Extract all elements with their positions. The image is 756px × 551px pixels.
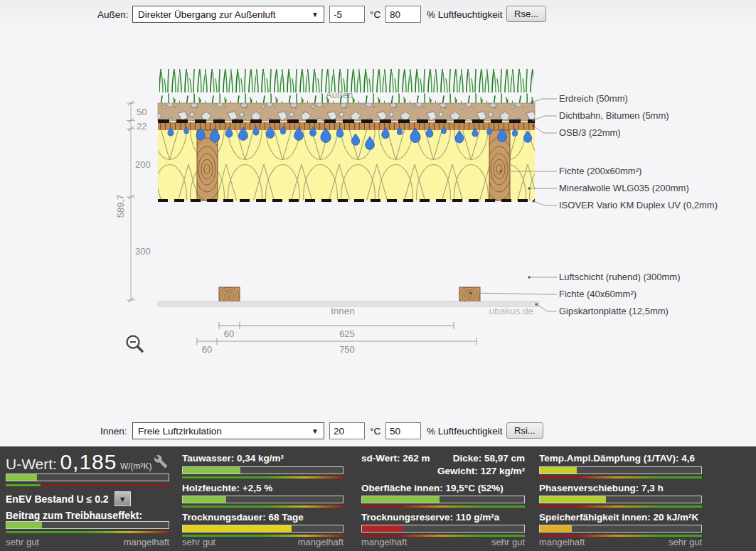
greenhouse-scale-line	[6, 531, 169, 533]
temp-damping-bar-fill	[540, 467, 577, 474]
dim-60-second: 60	[202, 344, 212, 355]
inside-label: Innen:	[100, 426, 127, 437]
weight-label: Gewicht:	[437, 466, 478, 476]
phase-shift-scale-line	[539, 505, 702, 508]
thickness-label: Dicke:	[453, 453, 482, 464]
phase-shift-title: Phasenverschiebung: 7,3 h	[539, 483, 664, 493]
wood-moisture-bar	[182, 496, 344, 503]
weight-value-text: 127 kg/m²	[481, 466, 525, 476]
wood-moisture-value: +2,5 %	[243, 483, 272, 493]
scale-labels: mangelhaft sehr gut	[539, 537, 702, 547]
thermal-column: Temp.Ampl.Dämpfung (1/TAV): 4,6 Phasenve…	[539, 447, 702, 551]
weight-value: Gewicht: 127 kg/m²	[437, 466, 525, 476]
chevron-down-icon: ▼	[312, 11, 319, 18]
thickness-value: Dicke: 58,97 cm	[453, 453, 525, 464]
zoom-out-icon[interactable]	[127, 336, 143, 352]
dim-total: 589,7	[115, 195, 126, 218]
inner-surface-label: Oberfläche innen:	[361, 483, 443, 493]
wrench-icon[interactable]	[154, 454, 168, 469]
condensate-bar	[182, 466, 344, 474]
dim-60-first: 60	[224, 328, 234, 339]
scale-best: sehr gut	[6, 537, 39, 547]
enev-row: EnEV Bestand U ≤ 0.2 ▼	[6, 491, 131, 506]
inside-temp-unit: °C	[370, 426, 380, 437]
outside-temp-input[interactable]	[329, 6, 365, 23]
temp-damping-label: Temp.Ampl.Dämpfung (1/TAV):	[539, 453, 679, 464]
inside-temp-input[interactable]	[329, 422, 365, 439]
layer-erdreich[interactable]	[158, 103, 535, 121]
inner-surface-bar	[361, 496, 525, 503]
drying-reserve-bar	[361, 525, 525, 533]
scale-worst: mangelhaft	[298, 537, 344, 547]
scale-labels: sehr gut mangelhaft	[6, 537, 169, 547]
bottom-dimension-lines	[197, 322, 477, 345]
rsi-button[interactable]: Rsi...	[506, 422, 543, 439]
ubakus-uvalue-app: Außen: Direkter Übergang zur Außenluft ▼…	[0, 0, 756, 551]
rse-button[interactable]: Rse...	[506, 6, 546, 22]
uvalue-row: U-Wert: 0,185 W/(m²K)	[6, 450, 152, 474]
heat-storage-label: Speicherfähigkeit innen:	[539, 512, 651, 523]
inside-watermark: Innen	[331, 306, 355, 316]
inner-surface-scale-line	[361, 505, 525, 508]
scale-worst: mangelhaft	[539, 537, 585, 547]
surface-column: sd-Wert: 262 m Dicke: 58,97 cm Gewicht: …	[361, 447, 525, 551]
dim-22: 22	[137, 121, 147, 132]
greenhouse-label: Beitrag zum Treibhauseffekt:	[6, 510, 142, 521]
chevron-down-icon: ▼	[312, 427, 319, 435]
layer-label: Fichte (40x60mm²)	[559, 289, 637, 299]
uvalue-threshold-line	[6, 484, 169, 486]
inner-surface-title: Oberfläche innen: 19,5°C (52%)	[361, 483, 504, 493]
wood-moisture-label: Holzfeuchte:	[182, 483, 240, 493]
heat-storage-value: 20 kJ/m²K	[654, 512, 699, 523]
drying-time-title: Trocknungsdauer: 68 Tage	[182, 512, 304, 523]
drying-reserve-bar-fill	[362, 525, 403, 532]
drying-time-value: 68 Tage	[269, 512, 304, 523]
greenhouse-bar	[6, 521, 169, 529]
temp-damping-value: 4,6	[681, 453, 695, 464]
construction-diagram: Außen	[0, 21, 756, 419]
outside-humidity-label: % Luftfeuchtigkeit	[427, 9, 503, 20]
results-panel: U-Wert: 0,185 W/(m²K) EnEV Bestand U ≤ 0…	[0, 446, 756, 551]
left-dimension-lines	[127, 101, 135, 302]
uvalue-bar-fill	[6, 474, 37, 481]
layer-label: Dichtbahn, Bitumen (5mm)	[559, 110, 669, 121]
drying-time-label: Trocknungsdauer:	[182, 512, 266, 523]
phase-shift-value: 7,3 h	[641, 483, 664, 493]
uvalue-unit: W/(m²K)	[120, 461, 152, 471]
scale-labels: sehr gut mangelhaft	[182, 537, 344, 547]
inner-surface-value: 19,5°C (52%)	[446, 483, 504, 493]
drying-reserve-value: 110 g/m²a	[456, 512, 500, 523]
temp-damping-scale-line	[539, 476, 702, 478]
inside-mode-select[interactable]: Freie Luftzirkulation ▼	[132, 422, 324, 439]
outside-temp-unit: °C	[370, 9, 380, 20]
condensate-scale-line	[182, 476, 344, 478]
inner-surface-bar-fill	[362, 496, 440, 503]
outside-mode-value: Direkter Übergang zur Außenluft	[138, 9, 276, 20]
heat-storage-bar	[539, 525, 702, 533]
dim-50: 50	[137, 107, 147, 117]
inside-controls: Innen: Freie Luftzirkulation ▼ °C % Luft…	[0, 422, 756, 441]
phase-shift-bar	[539, 496, 702, 503]
outside-label: Außen:	[97, 9, 129, 20]
outside-humidity-input[interactable]	[385, 6, 421, 23]
uvalue-value: 0,185	[60, 450, 117, 474]
heat-storage-title: Speicherfähigkeit innen: 20 kJ/m²K	[539, 512, 698, 523]
condensate-title: Tauwasser: 0,34 kg/m²	[182, 453, 284, 464]
layer-label: OSB/3 (22mm)	[559, 127, 621, 138]
thickness-value-text: 58,97 cm	[484, 453, 525, 464]
layer-label: ISOVER Vario KM Duplex UV (0,2mm)	[559, 200, 718, 210]
layer-label: Mineralwolle WLG035 (200mm)	[559, 183, 689, 193]
enev-dropdown-button[interactable]: ▼	[115, 491, 131, 506]
scale-worst: mangelhaft	[124, 537, 169, 547]
scale-best: sehr gut	[669, 537, 702, 547]
scale-worst: mangelhaft	[361, 537, 407, 547]
drying-time-bar	[182, 525, 344, 533]
condensate-value: 0,34 kg/m²	[237, 453, 284, 464]
inside-mode-value: Freie Luftzirkulation	[138, 426, 222, 437]
scale-best: sehr gut	[491, 537, 525, 547]
heat-storage-bar-fill	[540, 525, 572, 532]
layer-label: Luftschicht (ruhend) (300mm)	[559, 272, 681, 282]
outside-mode-select[interactable]: Direkter Übergang zur Außenluft ▼	[132, 6, 324, 23]
inside-humidity-input[interactable]	[385, 422, 421, 439]
chevron-down-icon: ▼	[119, 495, 127, 503]
